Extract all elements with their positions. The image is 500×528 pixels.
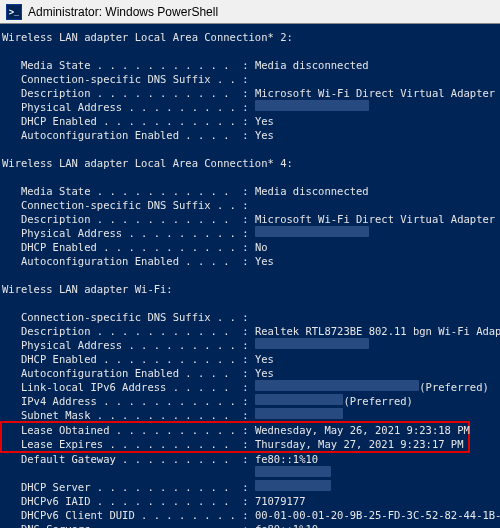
output-row: DHCP Server . . . . . . . . . . . : XXXX… <box>2 480 498 494</box>
output-row: Lease Obtained . . . . . . . . . . : Wed… <box>2 423 468 437</box>
row-label: Autoconfiguration Enabled . . . . : <box>2 366 255 380</box>
row-value: 71079177 <box>255 494 306 508</box>
row-label: DHCP Enabled . . . . . . . . . . . : <box>2 240 255 254</box>
blank-line <box>2 296 498 310</box>
output-row: XXXXXXXXXXXX <box>2 466 498 480</box>
row-label: Connection-specific DNS Suffix . . : <box>2 198 255 212</box>
output-row: Connection-specific DNS Suffix . . : <box>2 310 498 324</box>
row-value: (Preferred) <box>343 394 413 408</box>
output-row: DHCPv6 Client DUID . . . . . . . . : 00-… <box>2 508 498 522</box>
blank-line <box>2 170 498 184</box>
row-label: Media State . . . . . . . . . . . : <box>2 58 255 72</box>
row-label: Connection-specific DNS Suffix . . : <box>2 72 255 86</box>
row-value: Yes <box>255 254 274 268</box>
row-value: Yes <box>255 128 274 142</box>
row-label: Link-local IPv6 Address . . . . . : <box>2 380 255 394</box>
row-label: DHCP Server . . . . . . . . . . . : <box>2 480 255 494</box>
row-value: No <box>255 240 268 254</box>
row-value: fe80::1%10 <box>255 522 318 528</box>
row-label: DHCPv6 IAID . . . . . . . . . . . : <box>2 494 255 508</box>
row-value: Microsoft Wi-Fi Direct Virtual Adapter <box>255 86 495 100</box>
blank-line <box>2 142 498 156</box>
output-row: Connection-specific DNS Suffix . . : <box>2 72 498 86</box>
row-label: Connection-specific DNS Suffix . . : <box>2 310 255 324</box>
window-title: Administrator: Windows PowerShell <box>28 5 218 19</box>
redacted-value: XXXXXXXXXXXXXX <box>255 394 344 405</box>
output-row: Media State . . . . . . . . . . . : Medi… <box>2 184 498 198</box>
output-row: DHCPv6 IAID . . . . . . . . . . . : 7107… <box>2 494 498 508</box>
terminal-output[interactable]: Wireless LAN adapter Local Area Connecti… <box>0 24 500 528</box>
output-row: Link-local IPv6 Address . . . . . : XXXX… <box>2 380 498 394</box>
row-label: IPv4 Address . . . . . . . . . . . : <box>2 394 255 408</box>
row-value: fe80::1%10 <box>255 452 318 466</box>
redacted-value: XXXXXXXXXXXX <box>255 466 331 477</box>
row-label: Autoconfiguration Enabled . . . . : <box>2 128 255 142</box>
row-label: Lease Obtained . . . . . . . . . . : <box>2 423 255 437</box>
row-label: Physical Address . . . . . . . . . : <box>2 226 255 240</box>
row-label: Physical Address . . . . . . . . . : <box>2 338 255 352</box>
row-label: Media State . . . . . . . . . . . : <box>2 184 255 198</box>
output-row: Description . . . . . . . . . . . : Micr… <box>2 86 498 100</box>
row-value: Yes <box>255 114 274 128</box>
output-row: IPv4 Address . . . . . . . . . . . : XXX… <box>2 394 498 408</box>
output-row: Autoconfiguration Enabled . . . . : Yes <box>2 128 498 142</box>
row-label: Subnet Mask . . . . . . . . . . . : <box>2 408 255 422</box>
redacted-value: XXXXXXXXXXXXXXXXXX <box>255 100 369 111</box>
row-value: 00-01-00-01-20-9B-25-FD-3C-52-82-44-1B-1… <box>255 508 500 522</box>
output-row: DHCP Enabled . . . . . . . . . . . : No <box>2 240 498 254</box>
output-row: DHCP Enabled . . . . . . . . . . . : Yes <box>2 352 498 366</box>
row-label: Lease Expires . . . . . . . . . . : <box>2 437 255 451</box>
row-value: Media disconnected <box>255 184 369 198</box>
row-value: Yes <box>255 352 274 366</box>
output-row: Default Gateway . . . . . . . . . : fe80… <box>2 452 498 466</box>
row-label: DHCP Enabled . . . . . . . . . . . : <box>2 352 255 366</box>
output-row: Connection-specific DNS Suffix . . : <box>2 198 498 212</box>
redacted-value: XXXXXXXXXXXXXXXXXX <box>255 226 369 237</box>
row-value: (Preferred) <box>419 380 489 394</box>
window-titlebar[interactable]: >_ Administrator: Windows PowerShell <box>0 0 500 24</box>
row-value: Media disconnected <box>255 58 369 72</box>
row-label: DHCP Enabled . . . . . . . . . . . : <box>2 114 255 128</box>
row-label: Autoconfiguration Enabled . . . . : <box>2 254 255 268</box>
redacted-value: XXXXXXXXXXXXXXXXXX <box>255 338 369 349</box>
row-label: Description . . . . . . . . . . . : <box>2 324 255 338</box>
output-row: Lease Expires . . . . . . . . . . : Thur… <box>2 437 468 451</box>
section-header: Wireless LAN adapter Local Area Connecti… <box>2 30 498 44</box>
output-row: Physical Address . . . . . . . . . : XXX… <box>2 338 498 352</box>
output-row: Autoconfiguration Enabled . . . . : Yes <box>2 366 498 380</box>
row-label: DNS Servers . . . . . . . . . . . : <box>2 522 255 528</box>
row-label: DHCPv6 Client DUID . . . . . . . . : <box>2 508 255 522</box>
section-header: Wireless LAN adapter Local Area Connecti… <box>2 156 498 170</box>
section-header: Wireless LAN adapter Wi-Fi: <box>2 282 498 296</box>
row-label: Default Gateway . . . . . . . . . : <box>2 452 255 466</box>
row-value: Thursday, May 27, 2021 9:23:17 PM <box>255 437 464 451</box>
output-row: Description . . . . . . . . . . . : Micr… <box>2 212 498 226</box>
redacted-value: XXXXXXXXXXXXXX <box>255 408 344 419</box>
output-row: Description . . . . . . . . . . . : Real… <box>2 324 498 338</box>
output-row: Media State . . . . . . . . . . . : Medi… <box>2 58 498 72</box>
output-row: Autoconfiguration Enabled . . . . : Yes <box>2 254 498 268</box>
powershell-icon: >_ <box>6 4 22 20</box>
row-value: Yes <box>255 366 274 380</box>
row-value: Realtek RTL8723BE 802.11 bgn Wi-Fi Adapt… <box>255 324 500 338</box>
row-value: Wednesday, May 26, 2021 9:23:18 PM <box>255 423 470 437</box>
lease-highlight-box: Lease Obtained . . . . . . . . . . : Wed… <box>0 421 470 453</box>
output-row: DNS Servers . . . . . . . . . . . : fe80… <box>2 522 498 528</box>
row-label: Physical Address . . . . . . . . . : <box>2 100 255 114</box>
row-label: Description . . . . . . . . . . . : <box>2 86 255 100</box>
blank-line <box>2 44 498 58</box>
output-row: DHCP Enabled . . . . . . . . . . . : Yes <box>2 114 498 128</box>
blank-line <box>2 268 498 282</box>
redacted-value: XXXXXXXXXXXX <box>255 480 331 491</box>
row-label: Description . . . . . . . . . . . : <box>2 212 255 226</box>
output-row: Physical Address . . . . . . . . . : XXX… <box>2 100 498 114</box>
output-row: Subnet Mask . . . . . . . . . . . : XXXX… <box>2 408 498 422</box>
row-value: Microsoft Wi-Fi Direct Virtual Adapter #… <box>255 212 500 226</box>
row-label <box>2 466 255 480</box>
output-row: Physical Address . . . . . . . . . : XXX… <box>2 226 498 240</box>
redacted-value: XXXXXXXXXXXXXXXXXXXXXXXXXX <box>255 380 419 391</box>
